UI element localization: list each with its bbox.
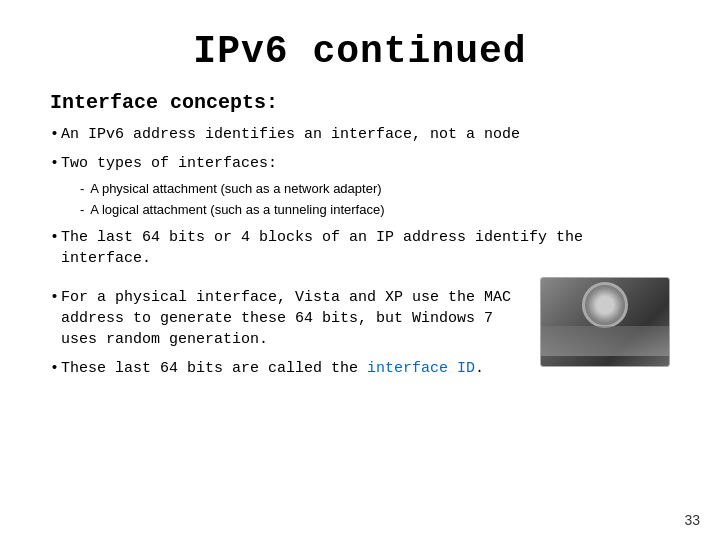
bullet-block-4: • For a physical interface, Vista and XP… <box>50 287 520 350</box>
bullet-text-1: An IPv6 address identifies an interface,… <box>61 124 670 145</box>
sub-bullet-text-1: A physical attachment (such as a network… <box>90 180 381 198</box>
sub-bullet-dash-2: - <box>80 201 84 219</box>
sub-bullet-1: - A physical attachment (such as a netwo… <box>80 180 670 198</box>
sub-bullet-2: - A logical attachment (such as a tunnel… <box>80 201 670 219</box>
bullet-dot-1: • <box>50 124 59 145</box>
network-adapter-image <box>540 277 670 367</box>
sub-bullet-text-2: A logical attachment (such as a tunnelin… <box>90 201 384 219</box>
bullet-text-2: Two types of interfaces: <box>61 153 670 174</box>
bullet-block-5: • These last 64 bits are called the inte… <box>50 358 520 379</box>
bullet-item-4: • For a physical interface, Vista and XP… <box>50 287 520 350</box>
bullet-text-4: For a physical interface, Vista and XP u… <box>61 287 520 350</box>
bullet-dot-4: • <box>50 287 59 308</box>
bullet-text-5-after: . <box>475 360 484 377</box>
sub-bullet-dash-1: - <box>80 180 84 198</box>
slide-container: IPv6 continued Interface concepts: • An … <box>0 0 720 540</box>
slide-title: IPv6 continued <box>50 30 670 73</box>
bullet-dot-2: • <box>50 153 59 174</box>
bullet-item-1: • An IPv6 address identifies an interfac… <box>50 124 670 145</box>
content-area: • For a physical interface, Vista and XP… <box>50 277 670 387</box>
bullet-text-5-before: These last 64 bits are called the <box>61 360 367 377</box>
section-heading: Interface concepts: <box>50 91 670 114</box>
bullet-block-2: • Two types of interfaces: - A physical … <box>50 153 670 219</box>
bullet-item-2: • Two types of interfaces: <box>50 153 670 174</box>
bullet-dot-5: • <box>50 358 59 379</box>
bullet-item-5: • These last 64 bits are called the inte… <box>50 358 520 379</box>
bullet-text-5-highlight: interface ID <box>367 360 475 377</box>
bullet-item-3: • The last 64 bits or 4 blocks of an IP … <box>50 227 670 269</box>
text-content: • For a physical interface, Vista and XP… <box>50 287 520 387</box>
bullet-block-3: • The last 64 bits or 4 blocks of an IP … <box>50 227 670 269</box>
bullet-text-3: The last 64 bits or 4 blocks of an IP ad… <box>61 227 670 269</box>
page-number: 33 <box>684 512 700 528</box>
bullet-dot-3: • <box>50 227 59 248</box>
bullet-text-5: These last 64 bits are called the interf… <box>61 358 520 379</box>
bullet-block-1: • An IPv6 address identifies an interfac… <box>50 124 670 145</box>
